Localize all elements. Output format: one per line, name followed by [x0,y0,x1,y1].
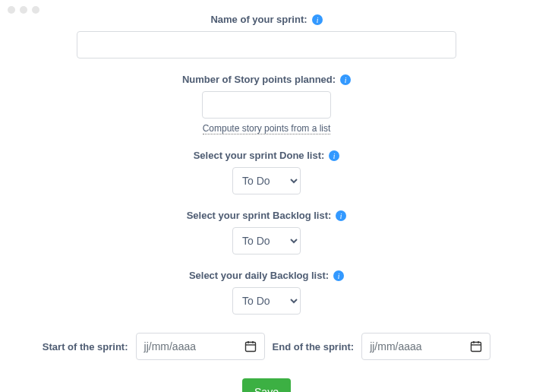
sprint-name-input[interactable] [77,31,456,58]
end-date-placeholder: jj/mm/aaaa [370,340,421,352]
daily-backlog-group: Select your daily Backlog list: i To Do [189,270,344,315]
daily-backlog-label: Select your daily Backlog list: [189,270,329,281]
done-list-label-row: Select your sprint Done list: i [194,150,340,161]
start-date-placeholder: jj/mm/aaaa [144,340,196,352]
info-icon[interactable]: i [312,14,323,25]
done-list-label: Select your sprint Done list: [194,150,325,161]
sprint-name-label: Name of your sprint: [210,14,307,25]
svg-rect-14 [472,343,481,352]
traffic-light [8,6,15,14]
date-row: Start of the sprint: jj/mm/aaaa End of t… [43,333,490,360]
info-icon[interactable]: i [336,210,346,221]
svg-text:i: i [340,211,342,220]
svg-text:i: i [338,271,340,280]
end-date-label: End of the sprint: [273,341,355,352]
done-list-select[interactable]: To Do [232,167,301,194]
traffic-light [32,6,39,14]
calendar-icon [244,340,257,352]
backlog-list-label-row: Select your sprint Backlog list: i [187,210,347,221]
backlog-list-select[interactable]: To Do [232,227,301,254]
start-date-label: Start of the sprint: [43,341,128,352]
window-traffic-lights [8,6,39,14]
end-date-input[interactable]: jj/mm/aaaa [361,333,490,360]
info-icon[interactable]: i [340,74,351,85]
story-points-group: Number of Story points planned: i Comput… [182,74,351,134]
sprint-name-label-row: Name of your sprint: i [210,14,322,25]
story-points-input[interactable] [202,91,331,119]
story-points-label-row: Number of Story points planned: i [182,74,351,85]
story-points-label: Number of Story points planned: [182,74,336,85]
traffic-light [20,6,27,14]
save-button[interactable]: Save [242,378,291,392]
svg-text:i: i [345,75,347,84]
svg-text:i: i [333,151,336,160]
daily-backlog-label-row: Select your daily Backlog list: i [189,270,344,281]
svg-text:i: i [316,15,318,24]
svg-rect-10 [245,343,255,352]
done-list-group: Select your sprint Done list: i To Do [194,150,340,194]
sprint-form: Name of your sprint: i Number of Story p… [0,0,533,392]
sprint-name-group: Name of your sprint: i [77,14,456,58]
calendar-icon [470,340,482,352]
info-icon[interactable]: i [329,150,339,161]
daily-backlog-select[interactable]: To Do [232,287,301,315]
start-date-input[interactable]: jj/mm/aaaa [136,333,265,360]
backlog-list-label: Select your sprint Backlog list: [187,210,332,221]
info-icon[interactable]: i [333,270,344,281]
backlog-list-group: Select your sprint Backlog list: i To Do [187,210,347,254]
compute-story-points-link[interactable]: Compute story points from a list [203,123,331,134]
